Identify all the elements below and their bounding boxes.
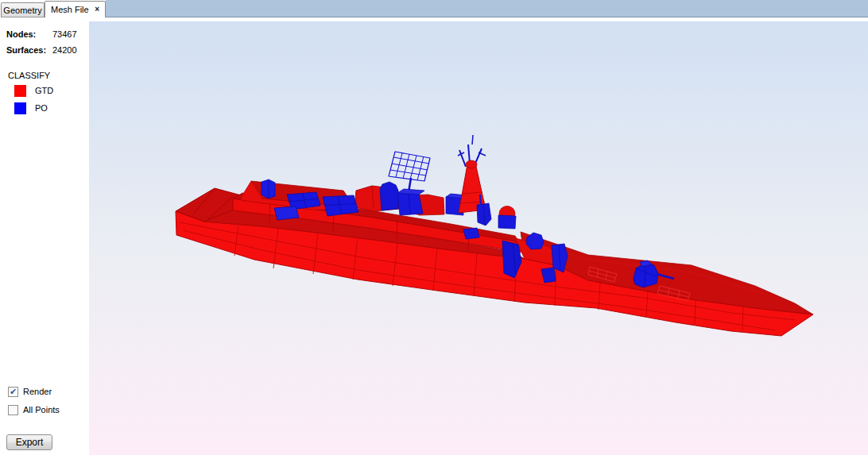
nodes-stat: Nodes:73467 (6, 29, 89, 44)
surfaces-value: 24200 (52, 45, 77, 55)
legend-item-po: PO (14, 102, 89, 114)
tab-close-icon[interactable]: × (95, 6, 99, 13)
tab-bar-filler (106, 0, 868, 17)
mesh-viewport[interactable] (89, 21, 868, 455)
render-checkbox-row: ✔ Render (8, 386, 52, 397)
gtd-color-swatch (14, 85, 26, 97)
po-label: PO (35, 102, 48, 114)
all-points-checkbox-row: All Points (8, 404, 60, 415)
tab-mesh-file-label: Mesh File (51, 2, 89, 17)
mesh-scene (89, 21, 868, 455)
surfaces-stat: Surfaces:24200 (6, 44, 89, 60)
all-points-checkbox-label: All Points (23, 405, 60, 415)
sidebar: Nodes:73467 Surfaces:24200 CLASSIFY GTD … (0, 17, 89, 455)
classify-legend: CLASSIFY GTD PO (0, 71, 89, 114)
gtd-label: GTD (35, 85, 53, 97)
nodes-label: Nodes: (6, 29, 52, 40)
tab-geometry[interactable]: Geometry (1, 2, 45, 17)
export-button[interactable]: Export (6, 434, 52, 450)
render-checkbox-label: Render (23, 387, 52, 396)
tab-geometry-label: Geometry (3, 6, 41, 15)
po-color-swatch (14, 102, 26, 114)
all-points-checkbox[interactable] (8, 405, 18, 415)
legend-item-gtd: GTD (14, 85, 89, 97)
mesh-stats: Nodes:73467 Surfaces:24200 (0, 17, 89, 60)
surfaces-label: Surfaces: (6, 44, 52, 56)
tab-mesh-file[interactable]: Mesh File × (45, 1, 106, 17)
classify-heading: CLASSIFY (8, 71, 89, 80)
render-checkbox[interactable]: ✔ (8, 387, 18, 397)
tab-bar: Geometry Mesh File × (0, 0, 868, 17)
nodes-value: 73467 (52, 29, 77, 39)
